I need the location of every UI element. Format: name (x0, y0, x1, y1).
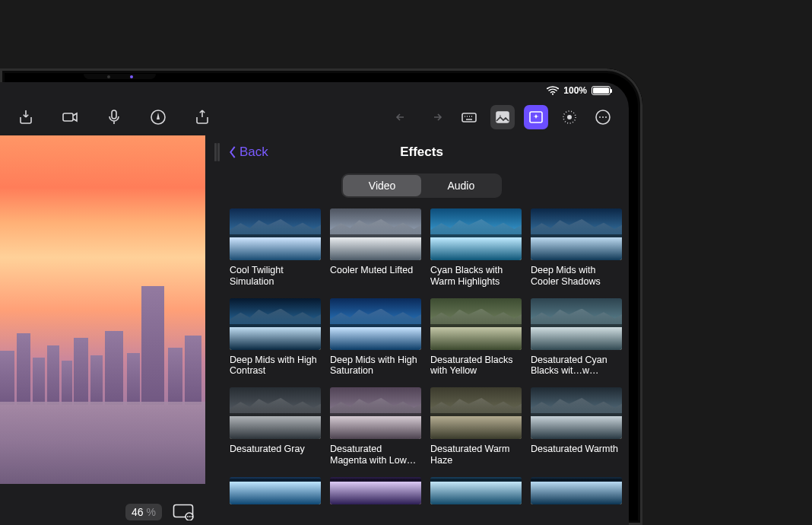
more-button[interactable] (591, 105, 615, 129)
effect-item[interactable] (531, 477, 622, 504)
svg-point-12 (602, 116, 604, 118)
segment-video[interactable]: Video (343, 175, 422, 196)
effect-item[interactable]: Desaturated Gray (230, 387, 321, 466)
effect-item[interactable] (330, 477, 421, 504)
effect-item[interactable]: Deep Mids with High Saturation (330, 298, 421, 377)
effect-label: Desaturated Warm Haze (430, 444, 522, 466)
svg-point-18 (192, 516, 193, 517)
effect-label: Deep Mids with Cooler Shadows (531, 265, 622, 288)
app-screen: 100% (0, 82, 629, 525)
svg-point-17 (189, 516, 191, 517)
effect-label: Desaturated Blacks with Yellow (430, 355, 522, 377)
zoom-level[interactable]: 46 % (125, 504, 162, 520)
svg-rect-1 (63, 113, 73, 121)
svg-point-11 (599, 116, 601, 118)
segment-audio[interactable]: Audio (421, 175, 500, 196)
effect-item[interactable]: Desaturated Magenta with Low Contrast (330, 387, 421, 466)
viewer-preview[interactable] (0, 135, 205, 484)
effect-thumbnail (230, 208, 321, 260)
effect-item[interactable]: Desaturated Warm Haze (430, 387, 522, 466)
effect-item[interactable]: Desaturated Blacks with Yellow (430, 298, 522, 377)
effect-item[interactable]: Desaturated Warmth (531, 387, 622, 466)
effect-label: Deep Mids with High Saturation (330, 355, 421, 377)
effect-thumbnail (330, 298, 421, 350)
effect-thumbnail (531, 298, 622, 350)
effect-item[interactable]: Cooler Muted Lifted (330, 208, 421, 288)
voiceover-button[interactable] (102, 105, 126, 129)
effect-thumbnail (531, 387, 622, 439)
effect-thumbnail (430, 387, 522, 439)
effect-label: Cyan Blacks with Warm Highlights (430, 265, 522, 288)
wifi-icon (547, 86, 559, 95)
effect-thumbnail (230, 298, 321, 350)
chevron-left-icon (228, 145, 237, 159)
photo-library-button[interactable] (490, 105, 515, 129)
effects-button[interactable] (524, 105, 548, 129)
effect-thumbnail (230, 387, 321, 439)
effect-label: Desaturated Warmth (531, 444, 622, 455)
effect-thumbnail (230, 477, 321, 504)
svg-rect-2 (112, 110, 116, 119)
effect-thumbnail (430, 298, 522, 350)
ipad-notch (84, 74, 156, 79)
effect-item[interactable]: Cyan Blacks with Warm Highlights (430, 208, 522, 288)
svg-point-8 (567, 115, 572, 119)
effect-label: Desaturated Cyan Blacks wit…w Contrast (531, 355, 622, 377)
effect-item[interactable]: Deep Mids with High Contrast (230, 298, 321, 377)
back-button[interactable]: Back (214, 145, 268, 160)
effect-item[interactable]: Deep Mids with Cooler Shadows (531, 208, 622, 288)
battery-pct-label: 100% (563, 85, 587, 96)
media-type-segment: Video Audio (341, 173, 502, 198)
effect-thumbnail (531, 208, 622, 260)
effect-item[interactable] (230, 477, 321, 504)
panel-resize-handle[interactable] (214, 143, 220, 161)
effect-item[interactable]: Desaturated Cyan Blacks wit…w Contrast (531, 298, 622, 377)
color-wheel-button[interactable] (557, 105, 582, 129)
status-bar: 100% (0, 82, 629, 99)
redo-button[interactable] (423, 105, 448, 129)
effect-label: Deep Mids with High Contrast (230, 355, 321, 377)
zoom-pct: % (147, 506, 156, 518)
camera-button[interactable] (58, 105, 82, 129)
undo-button[interactable] (390, 105, 414, 129)
effects-grid: Cool Twilight SimulationCooler Muted Lif… (214, 208, 629, 504)
effect-thumbnail (430, 477, 522, 504)
effect-thumbnail (330, 208, 421, 260)
share-button[interactable] (190, 105, 214, 129)
effect-thumbnail (430, 208, 522, 260)
effect-thumbnail (531, 477, 622, 504)
effect-item[interactable] (430, 477, 522, 504)
back-label: Back (239, 145, 268, 160)
effect-label: Desaturated Gray (230, 444, 321, 455)
effect-label: Cool Twilight Simulation (230, 265, 321, 288)
effect-thumbnail (330, 477, 421, 504)
import-button[interactable] (14, 105, 38, 129)
battery-icon (592, 86, 611, 95)
svg-point-16 (187, 516, 189, 517)
svg-rect-4 (462, 113, 476, 122)
effect-label: Cooler Muted Lifted (330, 265, 421, 276)
zoom-value: 46 (132, 506, 144, 518)
effect-label: Desaturated Magenta with Low Contrast (330, 444, 421, 466)
svg-point-0 (552, 94, 553, 95)
device-frame: 100% (0, 68, 642, 525)
display-options-button[interactable] (173, 504, 194, 520)
svg-rect-5 (496, 112, 509, 123)
effect-item[interactable]: Cool Twilight Simulation (230, 208, 321, 288)
effects-panel: Back Effects Video Audio Cool Twilight S… (205, 135, 629, 525)
effect-thumbnail (330, 387, 421, 439)
app-toolbar (0, 99, 629, 135)
svg-point-13 (605, 116, 607, 118)
keyboard-button[interactable] (457, 105, 481, 129)
preview-controls: 46 % (0, 501, 203, 523)
panel-title: Effects (214, 145, 629, 160)
live-draw-button[interactable] (146, 105, 170, 129)
